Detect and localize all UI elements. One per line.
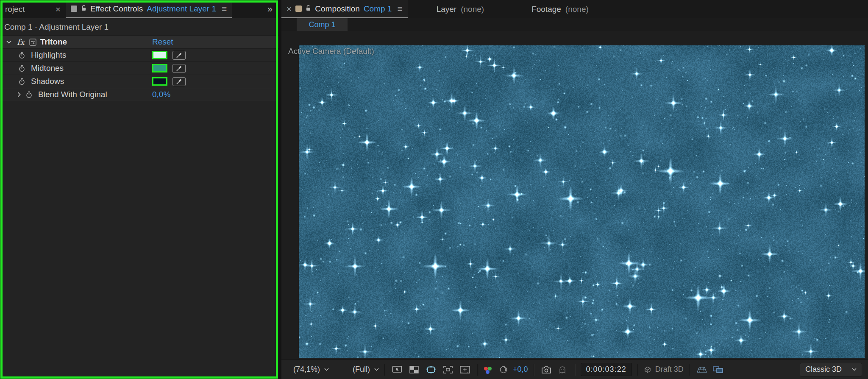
panel-menu-icon[interactable]: ≡ — [222, 4, 227, 14]
timecode[interactable]: 0:00:03:22 — [581, 363, 632, 376]
close-icon[interactable]: × — [287, 4, 292, 13]
midtones-color-swatch[interactable] — [152, 64, 167, 72]
stopwatch-icon[interactable] — [25, 91, 33, 98]
tab-effect-controls[interactable]: Effect Controls Adjustment Layer 1 ≡ — [66, 0, 232, 18]
panel-group-color-icon — [295, 6, 302, 12]
composition-panel: × Composition Comp 1 ≡ Layer (none) Foot… — [281, 0, 868, 379]
fx-icon[interactable]: fx — [17, 37, 25, 47]
tab-composition[interactable]: × Composition Comp 1 ≡ — [281, 0, 408, 18]
effect-controls-tab-title: Effect Controls — [90, 4, 143, 14]
effect-header-row[interactable]: fx Tritone Reset — [0, 36, 278, 49]
property-row-shadows[interactable]: Shadows — [0, 75, 278, 88]
toolbar-separator — [575, 364, 575, 376]
panel-group-color-icon — [71, 6, 77, 12]
property-row-highlights[interactable]: Highlights — [0, 49, 278, 62]
chevron-down-icon — [324, 368, 329, 371]
stopwatch-icon[interactable] — [18, 52, 25, 59]
transparency-grid-button[interactable] — [407, 363, 421, 376]
property-row-blend-with-original[interactable]: Blend With Original 0,0% — [0, 88, 278, 101]
project-tab-label: roject — [5, 5, 25, 14]
tab-project[interactable]: roject × — [0, 0, 66, 18]
view-options-group — [390, 363, 472, 376]
3d-ground-plane-button[interactable] — [695, 363, 709, 376]
3d-views-button[interactable] — [711, 363, 725, 376]
tab-layer[interactable]: Layer (none) — [437, 0, 484, 18]
comp-viewer-tab[interactable]: Comp 1 — [297, 18, 348, 31]
property-label: Midtones — [31, 64, 64, 73]
chevron-down-icon[interactable] — [6, 40, 12, 44]
composition-viewport[interactable]: Active Camera (Default) — [281, 31, 868, 359]
effect-icon — [29, 39, 36, 46]
stopwatch-icon[interactable] — [18, 65, 25, 72]
footage-tab-target: (none) — [565, 5, 589, 14]
mask-visibility-button[interactable] — [424, 363, 438, 376]
composition-toolbar: (74,1%) (Full) +0,0 0:00:03:22 Draft 3D — [281, 359, 868, 379]
effect-controls-panel: roject × Effect Controls Adjustment Laye… — [0, 0, 278, 379]
panel-overflow-icon[interactable]: » — [267, 4, 278, 15]
composition-tabbar: × Composition Comp 1 ≡ Layer (none) Foot… — [281, 0, 868, 18]
magnification-value: (74,1%) — [293, 365, 320, 374]
chevron-right-icon[interactable] — [16, 92, 22, 97]
effect-name: Tritone — [40, 37, 67, 47]
layer-tab-target: (none) — [461, 5, 484, 14]
lock-icon[interactable] — [306, 4, 311, 14]
toolbar-separator — [477, 364, 478, 376]
resolution-dropdown[interactable]: (Full) — [353, 365, 379, 374]
renderer-dropdown[interactable]: Classic 3D — [800, 363, 862, 376]
resolution-value: (Full) — [353, 365, 370, 374]
effect-controls-tabbar: roject × Effect Controls Adjustment Laye… — [0, 0, 278, 18]
exposure-value[interactable]: +0,0 — [513, 365, 528, 374]
composition-tab-title: Composition — [315, 4, 360, 14]
chevron-down-icon — [374, 368, 379, 371]
region-of-interest-button[interactable] — [441, 363, 455, 376]
magnification-dropdown[interactable]: (74,1%) — [293, 365, 329, 374]
draft-3d-label: Draft 3D — [655, 365, 684, 374]
composition-tab-target: Comp 1 — [364, 4, 392, 14]
toolbar-separator — [689, 364, 690, 376]
property-label: Highlights — [31, 50, 66, 60]
chevron-down-icon — [852, 368, 857, 371]
show-snapshot-button[interactable] — [556, 363, 569, 376]
snapshot-camera-button[interactable] — [540, 363, 553, 376]
reset-exposure-button[interactable] — [497, 363, 510, 376]
footage-tab-title: Footage — [531, 5, 561, 14]
active-camera-label: Active Camera (Default) — [288, 47, 374, 56]
eyedropper-button[interactable] — [172, 51, 186, 60]
stopwatch-icon[interactable] — [18, 78, 25, 85]
property-label: Blend With Original — [38, 90, 107, 99]
lock-icon[interactable] — [81, 4, 86, 14]
grid-guide-options-button[interactable] — [390, 363, 404, 376]
highlights-color-swatch[interactable] — [152, 51, 167, 59]
property-label: Shadows — [31, 77, 64, 86]
panel-menu-icon[interactable]: ≡ — [397, 4, 402, 14]
effect-controls-tab-target: Adjustment Layer 1 — [147, 4, 216, 14]
renderer-value: Classic 3D — [805, 365, 842, 374]
show-channel-button[interactable] — [483, 365, 492, 374]
breadcrumb: Comp 1 · Adjustment Layer 1 — [0, 18, 278, 36]
blend-value[interactable]: 0,0% — [152, 90, 170, 99]
toolbar-separator — [534, 364, 534, 376]
cube-icon — [643, 366, 652, 373]
reset-button[interactable]: Reset — [152, 37, 173, 47]
eyedropper-button[interactable] — [172, 77, 186, 86]
eyedropper-button[interactable] — [172, 64, 186, 73]
shadows-color-swatch[interactable] — [152, 77, 167, 86]
toolbar-separator — [384, 364, 385, 376]
tab-footage[interactable]: Footage (none) — [531, 0, 589, 18]
draft-3d-button[interactable]: Draft 3D — [643, 365, 684, 374]
composition-image[interactable] — [299, 45, 865, 358]
property-row-midtones[interactable]: Midtones — [0, 62, 278, 75]
layer-tab-title: Layer — [437, 5, 457, 14]
toolbar-separator — [637, 364, 638, 376]
composition-viewer-strip: Comp 1 — [281, 18, 868, 31]
close-icon[interactable]: × — [56, 5, 61, 14]
comp-viewer-tab-label: Comp 1 — [309, 20, 335, 29]
safe-margins-button[interactable] — [458, 363, 472, 376]
